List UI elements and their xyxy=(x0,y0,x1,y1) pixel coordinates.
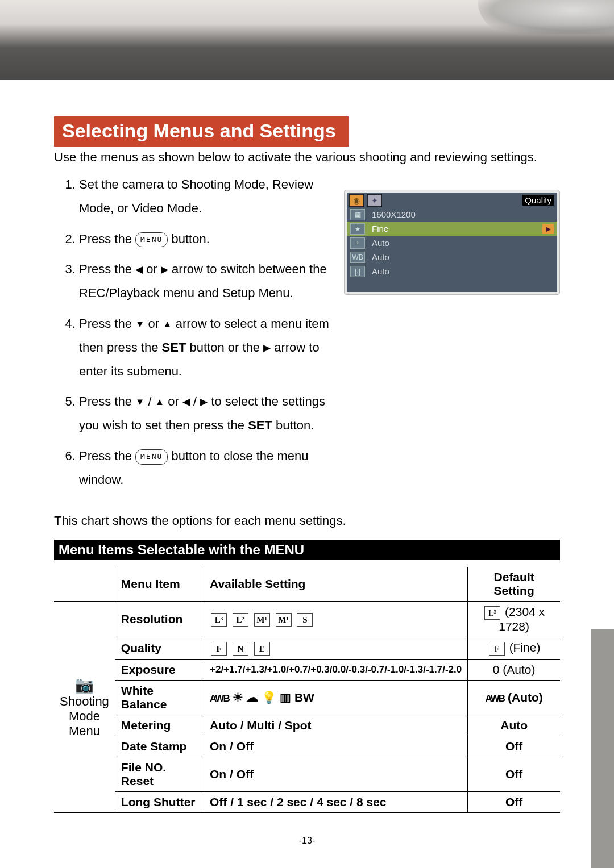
resolution-icon: M¹ xyxy=(254,613,270,627)
resolution-icon: L³ xyxy=(484,606,500,620)
menu-row-metering: [·] Auto xyxy=(347,264,557,278)
wb-cloudy-icon: ☁ xyxy=(246,691,258,704)
table-section-header: Menu Items Selectable with the MENU xyxy=(54,540,560,560)
table-row: Long Shutter Off / 1 sec / 2 sec / 4 sec… xyxy=(54,791,560,812)
quality-n-icon: N xyxy=(233,642,248,656)
quality-f-icon: F xyxy=(489,642,505,656)
step-4: Press the ▼ or ▲ arrow to select a menu … xyxy=(79,312,333,383)
header-decor xyxy=(0,0,614,80)
page-content: Selecting Menus and Settings Use the men… xyxy=(0,80,614,846)
wb-auto-icon: AWB xyxy=(485,693,504,704)
chart-intro: This chart shows the options for each me… xyxy=(54,514,560,528)
step-5: Press the ▼ / ▲ or ◀ / ▶ to select the s… xyxy=(79,390,333,437)
wb-auto-icon: AWB xyxy=(210,693,229,704)
section-title: Selecting Menus and Settings xyxy=(54,116,349,147)
wb-bw-icon: BW xyxy=(294,691,314,704)
left-arrow-icon: ◀ xyxy=(182,397,190,407)
set-label: SET xyxy=(248,418,272,432)
quality-icon: ★ xyxy=(350,223,365,235)
menu-row-wb: WB Auto xyxy=(347,250,557,264)
menu-items-table: Menu Item Available Setting Default Sett… xyxy=(54,567,560,813)
camera-tab-icon: ◉ xyxy=(349,194,364,207)
col-header-default: Default Setting xyxy=(468,567,560,602)
camera-lcd-screenshot: ◉ ✦ Quality ▦ 1600X1200 ★ Fine ▶ ± Auto xyxy=(344,190,560,295)
wb-fluorescent-icon: ▥ xyxy=(280,691,291,704)
setup-tab-icon: ✦ xyxy=(367,194,382,207)
right-arrow-icon: ▶ xyxy=(263,343,271,353)
category-cell: 📷 Shooting Mode Menu xyxy=(54,601,115,812)
white-balance-icon: WB xyxy=(350,252,365,263)
wb-daylight-icon: ☀ xyxy=(233,691,243,704)
up-arrow-icon: ▲ xyxy=(155,397,164,407)
table-row: Date Stamp On / Off Off xyxy=(54,736,560,757)
step-2: Press the MENU button. xyxy=(79,227,333,251)
quality-e-icon: E xyxy=(254,642,270,656)
table-row: File NO. Reset On / Off Off xyxy=(54,757,560,791)
quality-f-icon: F xyxy=(211,642,227,656)
quality-badge: Quality xyxy=(522,195,554,206)
resolution-icon: L² xyxy=(233,613,248,627)
right-gutter-decor xyxy=(591,629,614,868)
table-row: Metering Auto / Multi / Spot Auto xyxy=(54,715,560,736)
steps-list: Set the camera to Shooting Mode, Review … xyxy=(54,173,333,492)
table-row: Quality F N E F (Fine) xyxy=(54,637,560,659)
table-row: Exposure +2/+1.7/+1.3/+1.0/+0.7/+0.3/0.0… xyxy=(54,659,560,680)
page-number: -13- xyxy=(54,836,560,846)
down-arrow-icon: ▼ xyxy=(135,319,144,329)
resolution-icon: S xyxy=(297,613,313,627)
resolution-icon: L³ xyxy=(211,613,227,627)
right-arrow-icon: ▶ xyxy=(161,264,168,274)
chevron-right-icon: ▶ xyxy=(542,224,554,234)
right-arrow-icon: ▶ xyxy=(200,397,208,407)
resolution-icon: ▦ xyxy=(350,209,365,220)
menu-row-exposure: ± Auto xyxy=(347,236,557,250)
col-header-item: Menu Item xyxy=(115,567,204,602)
step1-text: Set the camera to Shooting Mode, Review … xyxy=(79,177,313,215)
menu-button-icon: MENU xyxy=(135,449,168,465)
menu-button-icon: MENU xyxy=(135,232,168,248)
table-row: 📷 Shooting Mode Menu Resolution L³ L² M¹… xyxy=(54,601,560,637)
wb-tungsten-icon: 💡 xyxy=(262,691,276,704)
exposure-icon: ± xyxy=(350,237,365,249)
menu-row-quality: ★ Fine ▶ xyxy=(347,222,557,236)
table-row: White Balance AWB ☀ ☁ 💡 ▥ BW AWB (Auto) xyxy=(54,680,560,715)
menu-row-resolution: ▦ 1600X1200 xyxy=(347,207,557,222)
metering-icon: [·] xyxy=(350,266,365,277)
camera-icon: 📷 xyxy=(74,676,94,694)
step-3: Press the ◀ or ▶ arrow to switch between… xyxy=(79,257,333,305)
resolution-icon: M¹ xyxy=(276,613,292,627)
left-arrow-icon: ◀ xyxy=(135,264,143,274)
step-6: Press the MENU button to close the menu … xyxy=(79,444,333,492)
intro-text: Use the menus as shown below to activate… xyxy=(54,150,560,165)
up-arrow-icon: ▲ xyxy=(163,319,172,329)
col-header-available: Available Setting xyxy=(204,567,468,602)
down-arrow-icon: ▼ xyxy=(135,397,144,407)
set-label: SET xyxy=(162,340,186,354)
step-1: Set the camera to Shooting Mode, Review … xyxy=(79,173,333,220)
